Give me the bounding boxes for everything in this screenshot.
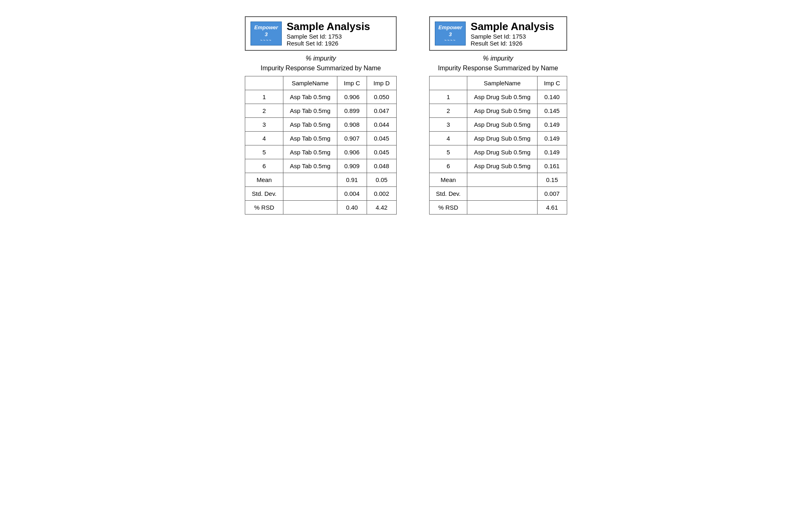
- left-rsd-name: [283, 201, 337, 215]
- left-row-num: 4: [245, 132, 283, 145]
- left-rsd-row: % RSD 0.40 4.42: [245, 201, 396, 215]
- left-mean-label: Mean: [245, 173, 283, 187]
- left-row-imp-c: 0.907: [337, 132, 367, 145]
- right-table-row: 6 Asp Drug Sub 0.5mg 0.161: [429, 159, 567, 173]
- right-std-name: [467, 187, 537, 201]
- right-table-row: 5 Asp Drug Sub 0.5mg 0.149: [429, 145, 567, 159]
- right-sample-set-id: Sample Set Id: 1753: [471, 33, 554, 40]
- left-row-num: 2: [245, 104, 283, 118]
- right-row-num: 1: [429, 90, 467, 104]
- right-col-sample-name: SampleName: [467, 76, 537, 90]
- right-std-label: Std. Dev.: [429, 187, 467, 201]
- right-rsd-label: % RSD: [429, 201, 467, 215]
- left-row-imp-d: 0.048: [367, 159, 396, 173]
- left-mean-imp-c: 0.91: [337, 173, 367, 187]
- right-col-imp-c: Imp C: [537, 76, 567, 90]
- right-row-num: 6: [429, 159, 467, 173]
- left-col-sample-name: SampleName: [283, 76, 337, 90]
- right-mean-label: Mean: [429, 173, 467, 187]
- left-row-imp-c: 0.906: [337, 90, 367, 104]
- left-row-imp-d: 0.050: [367, 90, 396, 104]
- right-row-sample-name: Asp Drug Sub 0.5mg: [467, 159, 537, 173]
- right-row-imp-c: 0.149: [537, 118, 567, 132]
- right-row-num: 4: [429, 132, 467, 145]
- left-table-row: 2 Asp Tab 0.5mg 0.899 0.047: [245, 104, 396, 118]
- left-row-sample-name: Asp Tab 0.5mg: [283, 104, 337, 118]
- left-report-title: Sample Analysis: [287, 20, 370, 33]
- left-table-row: 3 Asp Tab 0.5mg 0.908 0.044: [245, 118, 396, 132]
- left-data-table: SampleName Imp C Imp D 1 Asp Tab 0.5mg 0…: [245, 76, 396, 215]
- right-table-row: 1 Asp Drug Sub 0.5mg 0.140: [429, 90, 567, 104]
- right-row-sample-name: Asp Drug Sub 0.5mg: [467, 145, 537, 159]
- left-header-box: Empower 3 ~~~~ Sample Analysis Sample Se…: [245, 16, 396, 51]
- left-mean-name: [283, 173, 337, 187]
- left-logo-sub: ~~~~: [254, 38, 278, 43]
- right-row-sample-name: Asp Drug Sub 0.5mg: [467, 90, 537, 104]
- right-table-row: 4 Asp Drug Sub 0.5mg 0.149: [429, 132, 567, 145]
- left-std-label: Std. Dev.: [245, 187, 283, 201]
- right-subtitle1: % impurity: [483, 55, 513, 62]
- left-std-row: Std. Dev. 0.004 0.002: [245, 187, 396, 201]
- left-row-imp-c: 0.906: [337, 145, 367, 159]
- right-header-text: Sample Analysis Sample Set Id: 1753 Resu…: [471, 20, 554, 47]
- right-data-table: SampleName Imp C 1 Asp Drug Sub 0.5mg 0.…: [429, 76, 567, 215]
- right-row-num: 3: [429, 118, 467, 132]
- right-table-row: 3 Asp Drug Sub 0.5mg 0.149: [429, 118, 567, 132]
- left-row-num: 3: [245, 118, 283, 132]
- right-row-imp-c: 0.149: [537, 145, 567, 159]
- right-mean-imp-c: 0.15: [537, 173, 567, 187]
- left-row-sample-name: Asp Tab 0.5mg: [283, 90, 337, 104]
- right-std-row: Std. Dev. 0.007: [429, 187, 567, 201]
- left-table-row: 4 Asp Tab 0.5mg 0.907 0.045: [245, 132, 396, 145]
- left-row-imp-c: 0.908: [337, 118, 367, 132]
- right-logo-sub: ~~~~: [438, 38, 462, 43]
- right-row-sample-name: Asp Drug Sub 0.5mg: [467, 104, 537, 118]
- left-logo-version: 3: [254, 31, 278, 38]
- left-subtitle2: Impurity Response Summarized by Name: [261, 65, 381, 72]
- left-row-imp-d: 0.045: [367, 132, 396, 145]
- right-table-row: 2 Asp Drug Sub 0.5mg 0.145: [429, 104, 567, 118]
- right-report: Empower 3 ~~~~ Sample Analysis Sample Se…: [429, 16, 567, 215]
- right-table-header-row: SampleName Imp C: [429, 76, 567, 90]
- right-row-num: 2: [429, 104, 467, 118]
- left-row-sample-name: Asp Tab 0.5mg: [283, 132, 337, 145]
- left-table-row: 1 Asp Tab 0.5mg 0.906 0.050: [245, 90, 396, 104]
- left-mean-imp-d: 0.05: [367, 173, 396, 187]
- left-header-text: Sample Analysis Sample Set Id: 1753 Resu…: [287, 20, 370, 47]
- right-mean-row: Mean 0.15: [429, 173, 567, 187]
- left-row-imp-d: 0.047: [367, 104, 396, 118]
- right-result-set-id: Result Set Id: 1926: [471, 40, 554, 47]
- right-row-imp-c: 0.140: [537, 90, 567, 104]
- right-report-title: Sample Analysis: [471, 20, 554, 33]
- left-std-imp-d: 0.002: [367, 187, 396, 201]
- right-row-imp-c: 0.145: [537, 104, 567, 118]
- right-col-num: [429, 76, 467, 90]
- left-row-imp-c: 0.899: [337, 104, 367, 118]
- right-row-sample-name: Asp Drug Sub 0.5mg: [467, 118, 537, 132]
- left-row-sample-name: Asp Tab 0.5mg: [283, 159, 337, 173]
- left-col-imp-d: Imp D: [367, 76, 396, 90]
- left-col-num: [245, 76, 283, 90]
- left-std-name: [283, 187, 337, 201]
- left-row-num: 6: [245, 159, 283, 173]
- right-logo-version: 3: [438, 31, 462, 38]
- right-row-imp-c: 0.161: [537, 159, 567, 173]
- left-col-imp-c: Imp C: [337, 76, 367, 90]
- left-mean-row: Mean 0.91 0.05: [245, 173, 396, 187]
- right-std-imp-c: 0.007: [537, 187, 567, 201]
- left-std-imp-c: 0.004: [337, 187, 367, 201]
- right-header-box: Empower 3 ~~~~ Sample Analysis Sample Se…: [429, 16, 567, 51]
- left-logo-brand: Empower: [254, 24, 278, 31]
- left-row-num: 5: [245, 145, 283, 159]
- left-report: Empower 3 ~~~~ Sample Analysis Sample Se…: [245, 16, 396, 215]
- left-rsd-imp-d: 4.42: [367, 201, 396, 215]
- left-result-set-id: Result Set Id: 1926: [287, 40, 370, 47]
- right-logo-brand: Empower: [438, 24, 462, 31]
- left-row-sample-name: Asp Tab 0.5mg: [283, 118, 337, 132]
- left-row-imp-d: 0.044: [367, 118, 396, 132]
- right-rsd-row: % RSD 4.61: [429, 201, 567, 215]
- left-row-sample-name: Asp Tab 0.5mg: [283, 145, 337, 159]
- left-sample-set-id: Sample Set Id: 1753: [287, 33, 370, 40]
- left-empower-logo: Empower 3 ~~~~: [251, 22, 282, 46]
- right-row-sample-name: Asp Drug Sub 0.5mg: [467, 132, 537, 145]
